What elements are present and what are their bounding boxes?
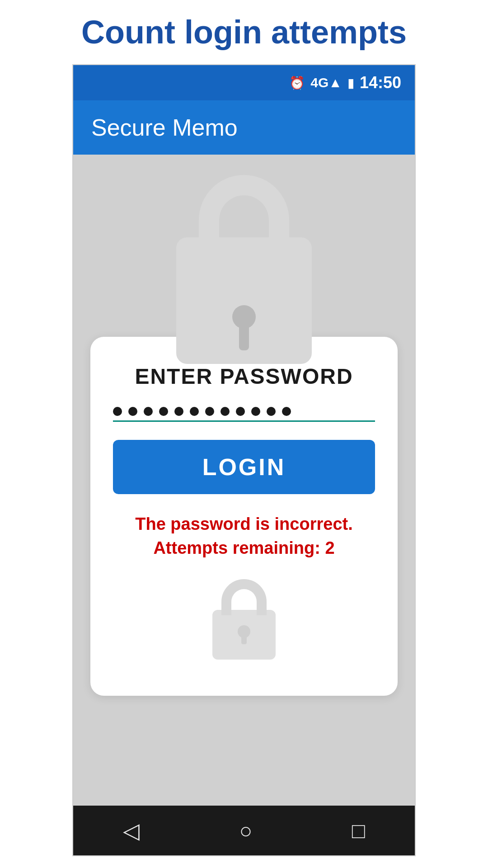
dot-9 (236, 407, 245, 416)
card-keyhole (238, 625, 250, 644)
dot-1 (113, 407, 122, 416)
keyhole-circle (232, 305, 256, 329)
signal-icon: 4G▲ (310, 75, 342, 90)
enter-password-label: ENTER PASSWORD (135, 364, 353, 389)
back-button[interactable]: ◁ (123, 818, 140, 843)
dot-12 (282, 407, 291, 416)
error-line2: Attempts remaining: 2 (135, 536, 352, 560)
lock-card-container: ENTER PASSWORD (90, 264, 398, 696)
dot-10 (251, 407, 260, 416)
card-lock-shackle (221, 579, 267, 615)
dot-6 (190, 407, 199, 416)
phone-frame: ⏰ 4G▲ ▮ 14:50 Secure Memo E (72, 64, 416, 856)
dot-7 (205, 407, 214, 416)
error-message: The password is incorrect. Attempts rema… (135, 512, 352, 560)
card-lock-body (212, 610, 276, 660)
home-button[interactable]: ○ (239, 818, 252, 843)
page-title: Count login attempts (18, 14, 470, 51)
main-content: ENTER PASSWORD (73, 155, 415, 806)
status-time: 14:50 (360, 73, 401, 92)
alarm-icon: ⏰ (289, 75, 305, 90)
battery-icon: ▮ (347, 75, 354, 90)
app-bar-title: Secure Memo (91, 114, 238, 141)
password-dots (113, 407, 291, 416)
keyhole-stem (239, 327, 249, 350)
nav-bar: ◁ ○ □ (73, 806, 415, 855)
lock-body (176, 237, 312, 364)
dot-2 (128, 407, 137, 416)
app-bar: Secure Memo (73, 100, 415, 155)
dot-5 (174, 407, 183, 416)
dot-4 (159, 407, 168, 416)
status-bar-icons: ⏰ 4G▲ ▮ 14:50 (289, 73, 401, 92)
lock-shackle (199, 175, 289, 247)
password-field-area[interactable] (113, 407, 375, 422)
dot-8 (221, 407, 230, 416)
error-line1: The password is incorrect. (135, 512, 352, 536)
page-title-area: Count login attempts (0, 0, 488, 64)
status-bar: ⏰ 4G▲ ▮ 14:50 (73, 65, 415, 100)
lock-icon-overlay (176, 165, 312, 364)
login-card: ENTER PASSWORD (90, 337, 398, 696)
dot-3 (144, 407, 153, 416)
card-keyhole-stem (241, 632, 247, 644)
recent-button[interactable]: □ (352, 818, 365, 843)
keyhole (232, 305, 256, 350)
card-lock-lower (212, 574, 276, 660)
dot-11 (267, 407, 276, 416)
login-button[interactable]: LOGIN (113, 440, 375, 494)
